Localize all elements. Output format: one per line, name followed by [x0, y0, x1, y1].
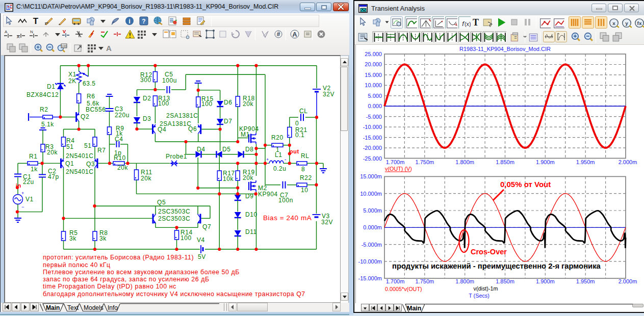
svg-text:1.900m: 1.900m: [536, 278, 555, 284]
svg-text:D9: D9: [245, 193, 253, 200]
svg-text:(x): (x): [465, 21, 471, 27]
svg-text:220u: 220u: [115, 112, 130, 119]
svg-text:-25.000: -25.000: [363, 155, 382, 162]
svg-text:1.800m: 1.800m: [455, 278, 474, 284]
svg-text:5.1k: 5.1k: [41, 121, 54, 128]
svg-text:D8: D8: [245, 146, 253, 153]
svg-text:?: ?: [142, 18, 145, 25]
svg-text:0.2u: 0.2u: [273, 165, 287, 172]
svg-text:прототип: усилитель Борисова (: прототип: усилитель Борисова (Радио 1983…: [43, 254, 194, 261]
svg-text:1.750m: 1.750m: [415, 159, 434, 165]
svg-text:CL: CL: [299, 108, 307, 115]
svg-text:20k: 20k: [47, 149, 58, 156]
svg-text:BZX84C12: BZX84C12: [27, 91, 59, 98]
svg-text:100: 100: [181, 234, 192, 242]
svg-text:51: 51: [84, 142, 91, 149]
svg-text:продукты искажений - преимущес: продукты искажений - преимущественно 2-я…: [392, 262, 601, 270]
svg-text:Q6: Q6: [188, 125, 197, 133]
svg-text:D7: D7: [224, 118, 232, 125]
svg-text:x: x: [612, 20, 615, 26]
svg-text:fx: fx: [637, 20, 642, 26]
svg-text:100: 100: [61, 44, 67, 48]
svg-text:1.700m: 1.700m: [386, 278, 405, 284]
svg-text:Models: Models: [84, 304, 104, 311]
svg-text:Probe1: Probe1: [166, 153, 187, 160]
svg-text:20k: 20k: [117, 164, 128, 171]
svg-text:2SA1381C: 2SA1381C: [166, 112, 198, 119]
svg-text:0.000: 0.000: [368, 103, 382, 109]
svg-text:R6: R6: [87, 93, 95, 100]
svg-text:-5.000: -5.000: [366, 114, 382, 120]
svg-text:-5.000m: -5.000m: [362, 242, 382, 248]
svg-text:1.850m: 1.850m: [496, 278, 514, 284]
svg-text:25.000: 25.000: [365, 51, 382, 57]
svg-text:10k: 10k: [223, 175, 234, 182]
svg-text:D6: D6: [224, 99, 232, 106]
svg-text:R7: R7: [97, 147, 106, 154]
svg-text:D5: D5: [222, 146, 230, 153]
svg-text:Main: Main: [46, 304, 60, 311]
svg-text:R2: R2: [40, 106, 48, 113]
svg-text:v(dist)-1m: v(dist)-1m: [474, 285, 498, 292]
svg-text:V: V: [63, 29, 66, 34]
svg-text:RL: RL: [301, 152, 309, 160]
svg-text:5V: 5V: [198, 253, 206, 260]
svg-text:0.1: 0.1: [295, 131, 304, 139]
svg-text:100u: 100u: [162, 77, 177, 84]
svg-text:2K: 2K: [68, 77, 76, 85]
svg-text:3k: 3k: [69, 235, 76, 242]
svg-text:in: in: [16, 182, 21, 189]
svg-text:T (Secs): T (Secs): [469, 293, 490, 299]
svg-text:3k: 3k: [99, 235, 107, 242]
svg-text:L1: L1: [275, 151, 282, 159]
svg-text:KP904: KP904: [258, 191, 278, 198]
svg-text:D10: D10: [245, 211, 257, 218]
svg-text:благодаря дополнительному исто: благодаря дополнительному источнику V4 и…: [43, 291, 305, 298]
svg-text:V1: V1: [25, 196, 34, 203]
svg-text:Q5: Q5: [157, 199, 166, 206]
svg-text:-15.000: -15.000: [363, 135, 382, 141]
svg-text:C4: C4: [115, 136, 123, 143]
svg-text:2.000m: 2.000m: [619, 278, 637, 284]
svg-text:V4: V4: [197, 236, 205, 244]
svg-text:-10.000: -10.000: [363, 124, 382, 130]
svg-text:2SC3503C: 2SC3503C: [158, 215, 190, 222]
svg-text:-20.000: -20.000: [363, 145, 382, 151]
svg-text:47p: 47p: [48, 173, 59, 180]
svg-text:2SC3503C: 2SC3503C: [158, 208, 190, 215]
svg-text:-: -: [285, 156, 287, 162]
svg-text:20k: 20k: [141, 175, 151, 182]
svg-text:X1: X1: [68, 71, 76, 78]
svg-text:запас по фазе 64 градуса, запа: запас по фазе 64 градуса, запас по усиле…: [43, 276, 210, 283]
svg-text:22u: 22u: [23, 178, 34, 186]
svg-text:20.000: 20.000: [365, 61, 382, 67]
svg-text:51: 51: [66, 143, 73, 150]
svg-text:0.0005*v(OUT): 0.0005*v(OUT): [385, 286, 422, 292]
svg-text:-10.000m: -10.000m: [358, 258, 382, 265]
svg-text:BC556: BC556: [86, 106, 106, 113]
svg-text:R20: R20: [271, 134, 284, 141]
svg-text:i: i: [128, 17, 131, 25]
svg-text:15.000: 15.000: [365, 72, 382, 78]
svg-text:100: 100: [201, 100, 213, 108]
svg-text:1.700m: 1.700m: [386, 159, 405, 165]
svg-text:10.000: 10.000: [365, 82, 382, 88]
svg-text:v(OUT) (V): v(OUT) (V): [385, 166, 412, 172]
svg-text:32V: 32V: [323, 91, 334, 98]
svg-text:1.850m: 1.850m: [496, 159, 514, 165]
svg-text:Info: Info: [108, 304, 118, 311]
svg-text:D1: D1: [47, 83, 55, 90]
svg-text:2N5401C: 2N5401C: [66, 168, 94, 175]
svg-text:Bias = 240 mA: Bias = 240 mA: [263, 214, 312, 222]
svg-text:−: −: [21, 204, 24, 209]
svg-text:15.000m: 15.000m: [360, 173, 382, 179]
svg-text:0: 0: [295, 120, 299, 127]
svg-text:+: +: [21, 191, 24, 196]
svg-text:10: 10: [301, 187, 308, 194]
svg-text:первый полюс 40 кГц: первый полюс 40 кГц: [43, 261, 111, 269]
svg-text:1.950m: 1.950m: [576, 278, 595, 284]
svg-text:Q4: Q4: [158, 126, 166, 133]
svg-text:300: 300: [140, 76, 151, 84]
svg-text:Q1: Q1: [65, 160, 74, 167]
svg-text:1.750m: 1.750m: [415, 278, 434, 284]
